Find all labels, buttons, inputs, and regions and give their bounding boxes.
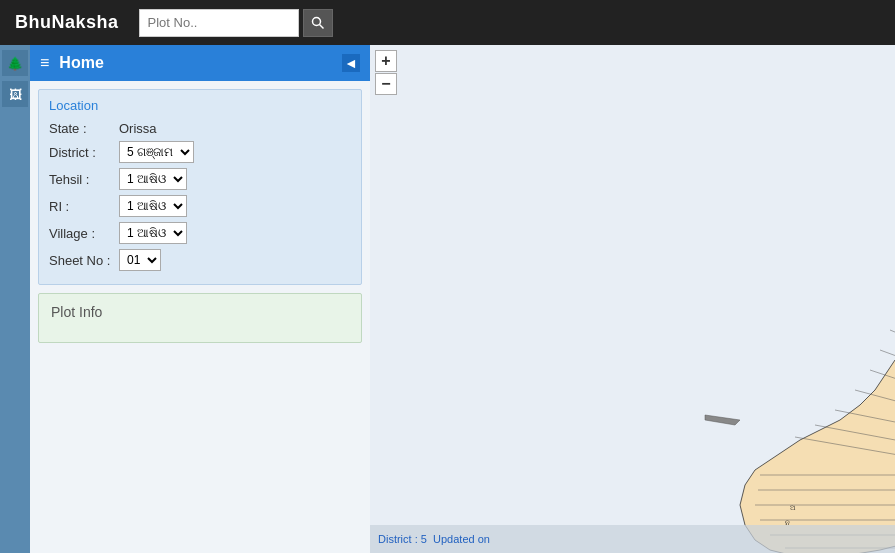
status-bar: District : 5 Updated on [370, 525, 895, 553]
village-row: Village : 1 ଆଷିଓ [49, 222, 351, 244]
svg-point-0 [312, 17, 320, 25]
sheet-label: Sheet No : [49, 253, 119, 268]
state-label: State : [49, 121, 119, 136]
main-container: 🌲 🖼 ≡ Home ◄ Location State : Orissa Dis… [0, 45, 895, 553]
ri-label: RI : [49, 199, 119, 214]
ri-row: RI : 1 ଆଷିଓ [49, 195, 351, 217]
village-select[interactable]: 1 ଆଷିଓ [119, 222, 187, 244]
panel-header-left: ≡ Home [40, 54, 104, 72]
map-area[interactable]: + − .plot-area { fill: #f5deb3; stroke: … [370, 45, 895, 553]
panel-title: Home [59, 54, 103, 72]
district-select[interactable]: 5 ଗଞ୍ଜାମ [119, 141, 194, 163]
search-input[interactable] [139, 9, 299, 37]
zoom-controls: + − [375, 50, 397, 95]
map-region: A 6 ω 6 9 3 6 6 3 5 3 5 ଅ ନ 258/697 [705, 115, 895, 553]
svg-line-1 [319, 24, 323, 28]
navbar: BhuNaksha [0, 0, 895, 45]
zoom-out-button[interactable]: − [375, 73, 397, 95]
tehsil-row: Tehsil : 1 ଆଷିଓ [49, 168, 351, 190]
district-label: District : [49, 145, 119, 160]
plot-info-box: Plot Info [38, 293, 362, 343]
app-brand: BhuNaksha [15, 12, 119, 33]
tehsil-label: Tehsil : [49, 172, 119, 187]
search-bar [139, 9, 333, 37]
location-box: Location State : Orissa District : 5 ଗଞ୍… [38, 89, 362, 285]
zoom-in-button[interactable]: + [375, 50, 397, 72]
panel-header: ≡ Home ◄ [30, 45, 370, 81]
map-svg-container: .plot-area { fill: #f5deb3; stroke: #333… [370, 45, 895, 553]
left-panel: ≡ Home ◄ Location State : Orissa Distric… [30, 45, 370, 553]
tehsil-select[interactable]: 1 ଆଷିଓ [119, 168, 187, 190]
svg-text:ଅ: ଅ [790, 504, 796, 511]
cadastral-svg: .plot-area { fill: #f5deb3; stroke: #333… [370, 45, 895, 553]
sheet-row: Sheet No : 01 [49, 249, 351, 271]
icon-sidebar: 🌲 🖼 [0, 45, 30, 553]
search-icon [311, 16, 325, 30]
plot-info-title: Plot Info [51, 304, 349, 320]
district-row: District : 5 ଗଞ୍ଜାମ [49, 141, 351, 163]
location-title: Location [49, 98, 351, 113]
svg-line-18 [890, 330, 895, 365]
ri-select[interactable]: 1 ଆଷିଓ [119, 195, 187, 217]
status-district: District : 5 [378, 533, 427, 545]
tree-icon[interactable]: 🌲 [2, 50, 28, 76]
status-updated: Updated on [433, 533, 490, 545]
village-label: Village : [49, 226, 119, 241]
hamburger-icon[interactable]: ≡ [40, 54, 49, 72]
sheet-select[interactable]: 01 [119, 249, 161, 271]
search-button[interactable] [303, 9, 333, 37]
image-icon[interactable]: 🖼 [2, 81, 28, 107]
state-row: State : Orissa [49, 121, 351, 136]
state-value: Orissa [119, 121, 157, 136]
panel-collapse-button[interactable]: ◄ [342, 54, 360, 72]
